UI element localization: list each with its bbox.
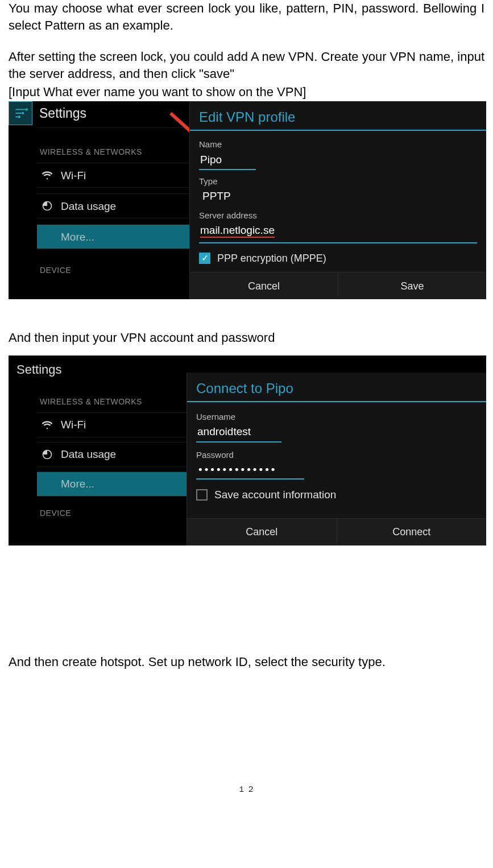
- settings-app-icon: [9, 101, 32, 125]
- sidebar-item-wifi[interactable]: Wi-Fi: [37, 412, 187, 437]
- dialog-title: Edit VPN profile: [190, 101, 486, 131]
- sidebar-item-data-usage[interactable]: Data usage: [37, 442, 187, 467]
- screenshot-connect-vpn: Settings WIRELESS & NETWORKS Wi-Fi Data …: [9, 356, 486, 545]
- edit-vpn-dialog: Edit VPN profile Name Pipo Type PPTP Ser…: [189, 101, 486, 299]
- sidebar-item-wifi[interactable]: Wi-Fi: [37, 163, 189, 188]
- sidebar-item-data-usage[interactable]: Data usage: [37, 193, 189, 218]
- svg-point-0: [18, 116, 20, 118]
- cancel-button[interactable]: Cancel: [187, 519, 337, 545]
- checkbox-empty-icon: [196, 489, 208, 501]
- connect-button[interactable]: Connect: [337, 519, 487, 545]
- wifi-icon: [42, 419, 53, 431]
- section-device-label: DEVICE: [40, 265, 71, 276]
- save-account-label: Save account information: [214, 487, 336, 502]
- wifi-label: Wi-Fi: [61, 418, 86, 432]
- username-input[interactable]: androidtest: [196, 423, 281, 443]
- section-wireless-label: WIRELESS & NETWORKS: [40, 147, 142, 158]
- dialog-button-bar: Cancel Connect: [187, 518, 486, 545]
- dialog-title: Connect to Pipo: [187, 373, 486, 402]
- sidebar-item-more[interactable]: More...: [37, 472, 187, 497]
- connect-vpn-dialog: Connect to Pipo Username androidtest Pas…: [187, 373, 486, 545]
- settings-title: Settings: [16, 361, 62, 378]
- svg-point-1: [22, 112, 24, 114]
- server-address-input[interactable]: mail.netlogic.se: [199, 221, 276, 240]
- wifi-label: Wi-Fi: [61, 168, 86, 183]
- data-usage-icon: [42, 449, 53, 460]
- ppp-encryption-checkbox[interactable]: ✓ PPP encryption (MPPE): [199, 251, 477, 265]
- password-input[interactable]: •••••••••••••: [196, 461, 304, 480]
- settings-sidebar: Settings WIRELESS & NETWORKS Wi-Fi Data …: [9, 356, 187, 545]
- server-address-label: Server address: [199, 210, 477, 221]
- sidebar-item-more[interactable]: More...: [37, 224, 189, 249]
- dialog-button-bar: Cancel Save: [190, 272, 486, 299]
- settings-sidebar: Settings WIRELESS & NETWORKS Wi-Fi Data …: [9, 101, 189, 299]
- section-wireless-label: WIRELESS & NETWORKS: [40, 396, 142, 407]
- settings-title: Settings: [39, 105, 86, 122]
- paragraph-bracket-note: [Input What ever name you want to show o…: [9, 84, 484, 101]
- cancel-button[interactable]: Cancel: [190, 272, 338, 299]
- save-account-checkbox[interactable]: Save account information: [196, 487, 477, 502]
- page-number: １２: [9, 784, 484, 795]
- paragraph-credentials: And then input your VPN account and pass…: [9, 329, 484, 346]
- username-label: Username: [196, 411, 477, 423]
- svg-point-2: [26, 109, 28, 111]
- paragraph-vpn-setup: After setting the screen lock, you could…: [9, 48, 484, 82]
- type-label: Type: [199, 176, 477, 187]
- name-input[interactable]: Pipo: [199, 151, 256, 171]
- password-label: Password: [196, 449, 477, 461]
- divider: [37, 127, 189, 128]
- paragraph-hotspot: And then create hotspot. Set up network …: [9, 654, 484, 671]
- data-usage-icon: [42, 200, 53, 212]
- more-label: More...: [61, 477, 94, 491]
- save-button[interactable]: Save: [338, 272, 486, 299]
- checkmark-icon: ✓: [199, 253, 210, 264]
- data-usage-label: Data usage: [61, 199, 116, 214]
- data-usage-label: Data usage: [61, 447, 116, 462]
- name-label: Name: [199, 139, 477, 150]
- paragraph-intro: You may choose what ever screen lock you…: [9, 0, 484, 34]
- section-device-label: DEVICE: [40, 508, 71, 519]
- more-label: More...: [61, 230, 94, 245]
- wifi-icon: [42, 170, 53, 181]
- type-select[interactable]: PPTP: [199, 188, 477, 205]
- screenshot-edit-vpn: Settings WIRELESS & NETWORKS Wi-Fi Data …: [9, 101, 486, 299]
- ppp-encryption-label: PPP encryption (MPPE): [217, 251, 326, 265]
